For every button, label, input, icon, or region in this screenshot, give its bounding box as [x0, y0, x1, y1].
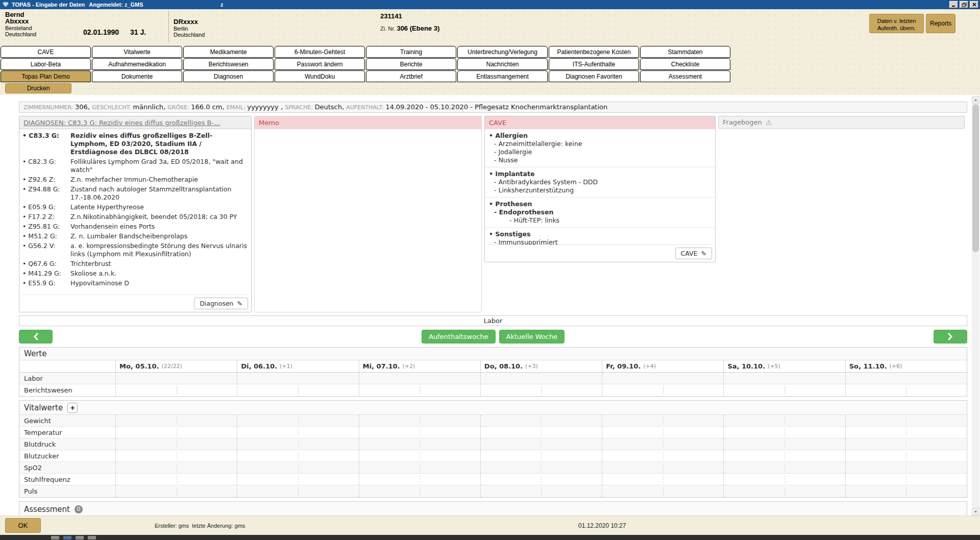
day-cell[interactable] [845, 485, 967, 497]
tab-patientenbezogene-kosten[interactable]: Patientenbezogene Kosten [549, 46, 639, 58]
day-cell[interactable] [723, 474, 845, 485]
diagnosen-header-link[interactable]: DIAGNOSEN: C83.3 G: Rezidiv eines diffus… [19, 116, 251, 129]
tab-diagnosen-favoriten[interactable]: Diagnosen Favoriten [549, 70, 639, 82]
tab-assessment[interactable]: Assessment [640, 70, 730, 82]
day-cell[interactable] [359, 427, 480, 438]
cave-edit-button[interactable]: CAVE ✎ [675, 248, 712, 259]
day-cell[interactable] [115, 415, 237, 426]
ok-button[interactable]: OK [5, 518, 41, 533]
day-cell[interactable] [845, 438, 967, 450]
tab-unterbrechung-verlegung[interactable]: Unterbrechung/Verlegung [457, 46, 548, 58]
day-cell[interactable] [237, 450, 358, 461]
day-cell[interactable] [237, 462, 358, 473]
day-cell[interactable] [480, 485, 602, 497]
day-cell[interactable] [359, 474, 480, 485]
tab-6-minuten-gehtest[interactable]: 6-Minuten-Gehtest [275, 46, 365, 58]
taskbar-icon[interactable] [88, 536, 96, 539]
day-cell[interactable] [115, 485, 237, 497]
tab-passwort-andern[interactable]: Passwort ändern [275, 58, 365, 70]
day-cell[interactable] [115, 438, 237, 450]
day-cell[interactable] [602, 450, 723, 461]
scroll-down-button[interactable]: ▼ [972, 508, 979, 516]
minimize-button[interactable] [949, 1, 958, 8]
day-cell[interactable] [115, 384, 237, 396]
day-cell[interactable] [237, 415, 358, 426]
day-cell[interactable] [602, 384, 723, 396]
tab-berichte[interactable]: Berichte [366, 58, 456, 70]
tab-arztbrief[interactable]: Arztbrief [366, 70, 456, 82]
tab-vitalwerte[interactable]: Vitalwerte [92, 46, 182, 58]
day-cell[interactable] [602, 373, 723, 384]
day-cell[interactable] [480, 427, 602, 438]
day-cell[interactable] [237, 427, 358, 438]
day-cell[interactable] [723, 373, 845, 384]
day-cell[interactable] [115, 373, 237, 384]
taskbar-icon[interactable] [51, 536, 59, 539]
day-cell[interactable] [723, 450, 845, 461]
tab-its-aufenthalte[interactable]: ITS-Aufenthalte [549, 58, 639, 70]
scrollbar-thumb[interactable] [972, 104, 979, 252]
day-cell[interactable] [237, 474, 358, 485]
tab-labor-beta[interactable]: Labor-Beta [1, 58, 91, 70]
tab-cave[interactable]: CAVE [1, 46, 91, 58]
tab-wunddoku[interactable]: WundDoku [275, 70, 365, 82]
day-cell[interactable] [115, 474, 237, 485]
day-cell[interactable] [237, 373, 358, 384]
tab-training[interactable]: Training [366, 46, 456, 58]
vertical-scrollbar[interactable]: ▲ ▼ [972, 96, 979, 516]
tab-entlassmangement[interactable]: Entlassmangement [457, 70, 548, 82]
tab-aufnahmemedikation[interactable]: Aufnahmemedikation [92, 58, 182, 70]
taskbar-icon[interactable] [63, 536, 71, 539]
day-cell[interactable] [845, 427, 967, 438]
day-cell[interactable] [359, 415, 480, 426]
tab-checkliste[interactable]: Checkliste [640, 58, 730, 70]
prev-week-button[interactable] [19, 330, 53, 343]
day-cell[interactable] [723, 384, 845, 396]
day-cell[interactable] [359, 462, 480, 473]
day-cell[interactable] [480, 438, 602, 450]
day-cell[interactable] [359, 450, 480, 461]
day-cell[interactable] [359, 438, 480, 450]
fragebogen-header[interactable]: Fragebogen ⚠ [718, 116, 965, 129]
tab-topas-plan-demo[interactable]: Topas Plan Demo [1, 70, 91, 82]
day-cell[interactable] [602, 427, 723, 438]
day-cell[interactable] [480, 373, 602, 384]
reports-button[interactable]: Reports [926, 14, 955, 33]
tab-dokumente[interactable]: Dokumente [92, 70, 182, 82]
day-cell[interactable] [359, 373, 480, 384]
day-cell[interactable] [237, 384, 358, 396]
day-cell[interactable] [845, 384, 967, 396]
day-cell[interactable] [845, 474, 967, 485]
day-cell[interactable] [845, 415, 967, 426]
next-week-button[interactable] [934, 330, 967, 343]
day-cell[interactable] [359, 485, 480, 497]
day-cell[interactable] [845, 462, 967, 473]
tab-diagnosen[interactable]: Diagnosen [183, 70, 274, 82]
day-cell[interactable] [359, 384, 480, 396]
day-cell[interactable] [480, 384, 602, 396]
transfer-data-button[interactable]: Daten v. letzten Aufenth. übern. [869, 14, 924, 33]
tab-stammdaten[interactable]: Stammdaten [640, 46, 730, 58]
day-cell[interactable] [845, 450, 967, 461]
day-cell[interactable] [602, 438, 723, 450]
day-cell[interactable] [480, 474, 602, 485]
close-icon[interactable] [970, 1, 978, 8]
day-cell[interactable] [723, 415, 845, 426]
day-cell[interactable] [115, 427, 237, 438]
day-cell[interactable] [237, 438, 358, 450]
tab-berichtswesen[interactable]: Berichtswesen [183, 58, 274, 70]
day-cell[interactable] [237, 485, 358, 497]
day-cell[interactable] [723, 462, 845, 473]
drucken-button[interactable]: Drucken [5, 83, 71, 93]
tab-medikamente[interactable]: Medikamente [183, 46, 274, 58]
diagnosen-edit-button[interactable]: Diagnosen ✎ [194, 298, 248, 309]
day-cell[interactable] [115, 450, 237, 461]
scroll-up-button[interactable]: ▲ [972, 96, 979, 104]
day-cell[interactable] [723, 485, 845, 497]
restore-button[interactable] [960, 1, 968, 8]
aufenthaltswoche-button[interactable]: Aufenthaltswoche [422, 330, 496, 343]
day-cell[interactable] [723, 427, 845, 438]
day-cell[interactable] [602, 415, 723, 426]
aktuelle-woche-button[interactable]: Aktuelle Woche [499, 330, 565, 343]
day-cell[interactable] [480, 450, 602, 461]
